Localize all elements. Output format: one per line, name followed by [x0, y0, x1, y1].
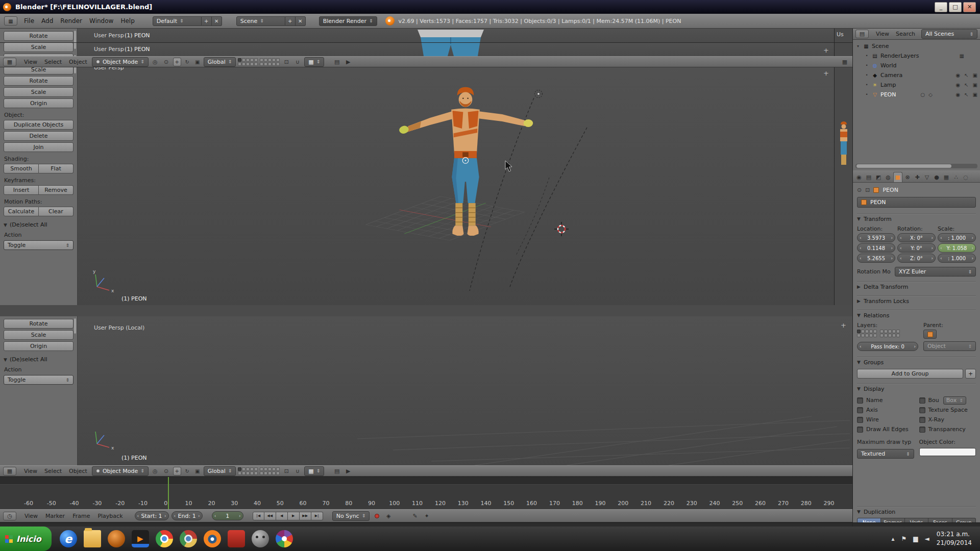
scale-y-field[interactable]: Y: 1.058: [938, 243, 976, 253]
origin-button[interactable]: Origin: [4, 98, 74, 108]
close-button[interactable]: ✕: [963, 2, 976, 12]
play-reverse-button[interactable]: ◀: [276, 512, 288, 520]
constraints-tab[interactable]: ⊗: [903, 172, 912, 182]
calculate-paths-button[interactable]: Calculate: [4, 207, 39, 216]
object-tab[interactable]: ■: [893, 172, 902, 182]
viewport-3d-secondary[interactable]: x User Persp (Local) (1) PEON + Rotate S…: [0, 316, 852, 477]
render-toggle-icon[interactable]: ▣: [973, 82, 977, 88]
bounds-checkbox[interactable]: BouBox⇕: [919, 395, 976, 405]
physics-tab[interactable]: ◌: [961, 172, 970, 182]
layers-grid-2[interactable]: [260, 58, 280, 66]
ie-icon[interactable]: e: [60, 530, 77, 547]
deselect-all-panel[interactable]: ▼(De)select All: [4, 356, 74, 363]
render-opengl-button[interactable]: ▤: [332, 58, 341, 66]
outliner-row-renderlayers[interactable]: • ▤ RenderLayers ▦: [853, 51, 980, 61]
outliner-row-lamp[interactable]: • ☀ Lamp ◉ ↖ ▣: [853, 80, 980, 90]
orientation-dropdown[interactable]: Global⇕: [204, 57, 236, 67]
editor-type-button[interactable]: ▦: [3, 58, 16, 66]
manipulator-scale-button[interactable]: ▣: [193, 467, 202, 475]
cursor-select-icon[interactable]: ↖: [964, 92, 968, 97]
pin-icon[interactable]: ⊙: [857, 187, 862, 193]
gimp-icon[interactable]: [252, 530, 269, 547]
region-expand-icon[interactable]: +: [823, 69, 829, 77]
data-tab[interactable]: ▽: [922, 172, 932, 182]
fox-icon[interactable]: [108, 530, 125, 547]
expand-icon[interactable]: ▾: [855, 44, 861, 48]
region-expand-icon[interactable]: +: [841, 321, 846, 329]
parent-object-icon-button[interactable]: [923, 330, 937, 339]
keyframe-icon[interactable]: ✦: [422, 512, 431, 520]
manipulator-rotate-button[interactable]: ↻: [183, 58, 191, 66]
transform-locks-panel-header[interactable]: ▶Transform Locks: [857, 295, 976, 305]
help-menu[interactable]: Help: [117, 16, 138, 26]
modifiers-tab[interactable]: ✚: [913, 172, 922, 182]
jump-to-end-button[interactable]: ▶|: [311, 512, 323, 520]
parent-type-dropdown[interactable]: Object⇕: [923, 341, 976, 351]
groups-panel-header[interactable]: ▼Groups: [857, 357, 976, 366]
relations-panel-header[interactable]: ▼Relations: [857, 310, 976, 319]
viewport-3d-canvas-2[interactable]: x User Persp (Local) (1) PEON + Rotate S…: [0, 316, 852, 465]
eye-icon[interactable]: ◉: [955, 72, 960, 78]
select-menu[interactable]: Select: [42, 59, 64, 65]
outliner-row-world[interactable]: • ◍ World: [853, 61, 980, 70]
draw-all-edges-checkbox[interactable]: Draw All Edges: [857, 424, 914, 434]
render-tab[interactable]: ◉: [854, 172, 864, 182]
layers-grid[interactable]: [238, 58, 258, 66]
rotation-z-field[interactable]: Z: 0°: [897, 254, 936, 263]
rotate-button[interactable]: Rotate: [4, 319, 74, 329]
start-button[interactable]: Inicio: [0, 527, 52, 551]
end-frame-field[interactable]: End: 1: [172, 511, 203, 520]
mode-dropdown[interactable]: Object Mode⇕: [92, 466, 149, 476]
hidden-icons-chevron[interactable]: ▴: [892, 535, 895, 542]
minimize-button[interactable]: _: [935, 2, 947, 12]
viewport-strip-2[interactable]: User Persp (1) PEON +: [0, 42, 852, 56]
frame-menu[interactable]: Frame: [70, 513, 92, 519]
wire-checkbox[interactable]: Wire: [857, 415, 914, 424]
pass-index-field[interactable]: Pass Index: 0: [857, 342, 918, 351]
insert-keyframe-button[interactable]: Insert: [4, 185, 39, 195]
outliner-scrollbar[interactable]: [855, 164, 977, 168]
layers-grid-2[interactable]: [260, 467, 280, 475]
duplication-option-none[interactable]: None: [857, 518, 881, 522]
manipulator-rotate-button[interactable]: ↻: [183, 467, 191, 475]
editor-type-button[interactable]: ▦: [4, 16, 17, 26]
editor-type-button[interactable]: ▦: [3, 467, 16, 475]
keying-set-icon[interactable]: ◈: [384, 512, 393, 520]
file-menu[interactable]: File: [20, 16, 38, 26]
viewport-3d-canvas[interactable]: x y User Persp (1) PEON +: [0, 56, 852, 305]
scale-z-field[interactable]: : 1.000: [938, 254, 976, 263]
duplication-option-verts[interactable]: Verts: [905, 518, 928, 522]
maximum-draw-type-dropdown[interactable]: Textured⇕: [857, 449, 914, 459]
location-y-field[interactable]: 0.1148: [857, 243, 895, 253]
manipulator-translate-button[interactable]: +: [173, 467, 181, 475]
new-group-button[interactable]: +: [965, 369, 976, 379]
render-layers-tab[interactable]: ▤: [864, 172, 873, 182]
viewport-3d-main[interactable]: User Persp (1) PEON User Persp (1) PEON …: [0, 29, 852, 316]
editor-type-button[interactable]: ◷: [3, 512, 16, 520]
view-menu[interactable]: View: [21, 468, 40, 474]
rotation-x-field[interactable]: X: 0°: [897, 233, 936, 242]
scale-x-field[interactable]: : 1.000: [938, 233, 976, 242]
add-menu[interactable]: Add: [38, 16, 57, 26]
region-expand-icon[interactable]: +: [823, 46, 829, 54]
particles-tab[interactable]: ∴: [951, 172, 961, 182]
render-menu[interactable]: Render: [57, 16, 86, 26]
duplicate-objects-button[interactable]: Duplicate Objects: [4, 120, 74, 130]
object-menu[interactable]: Object: [66, 59, 90, 65]
pivot-point-dropdown[interactable]: ⊙: [162, 58, 171, 66]
rotate-button[interactable]: Rotate: [4, 76, 74, 86]
select-menu[interactable]: Select: [42, 468, 64, 474]
location-z-field[interactable]: 5.2655: [857, 254, 895, 263]
transform-panel-header[interactable]: ▼Transform: [857, 213, 976, 223]
deselect-all-panel[interactable]: ▼(De)select All: [4, 221, 74, 228]
dot-icon[interactable]: •: [864, 73, 869, 78]
viewport-mini-column[interactable]: Us: [834, 29, 852, 305]
current-frame-field[interactable]: 1: [212, 511, 243, 520]
start-frame-field[interactable]: Start: 1: [135, 511, 169, 520]
material-tab[interactable]: ●: [932, 172, 941, 182]
scale-button[interactable]: Scale: [4, 42, 74, 52]
duplication-panel-header[interactable]: ▼Duplication: [857, 506, 976, 516]
rotation-y-field[interactable]: Y: 0°: [897, 243, 936, 253]
next-keyframe-button[interactable]: ▶▶: [300, 512, 311, 520]
texture-tab[interactable]: ▦: [942, 172, 951, 182]
